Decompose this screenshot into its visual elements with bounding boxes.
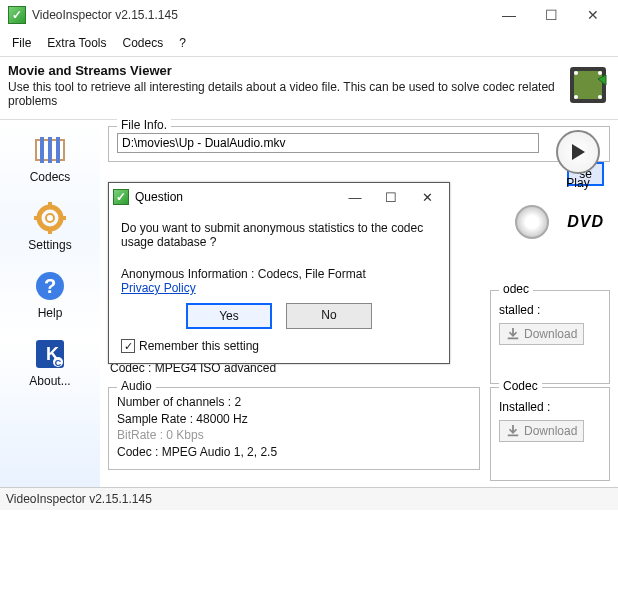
svg-text:C: C: [55, 358, 62, 368]
app-icon: ✓: [8, 6, 26, 24]
menu-help[interactable]: ?: [171, 32, 194, 54]
close-button[interactable]: ✕: [572, 0, 614, 30]
svg-point-2: [574, 71, 578, 75]
dvd-button[interactable]: DVD: [567, 213, 604, 231]
dialog-maximize-button[interactable]: ☐: [373, 185, 409, 209]
audio-bitrate: BitRate : 0 Kbps: [117, 427, 471, 444]
minimize-button[interactable]: —: [488, 0, 530, 30]
svg-point-4: [574, 95, 578, 99]
dialog-titlebar[interactable]: ✓ Question — ☐ ✕: [109, 183, 449, 211]
play-label: Play: [566, 176, 589, 190]
file-info-legend: File Info.: [117, 118, 171, 132]
window-title: VideoInspector v2.15.1.145: [32, 8, 488, 22]
audio-channels: Number of channels : 2: [117, 394, 471, 411]
audio-codec-panel: Codec Installed : Download: [490, 387, 610, 481]
download-icon: [506, 327, 520, 341]
gear-icon: [32, 200, 68, 236]
codec-status: Installed :: [499, 400, 601, 414]
svg-text:?: ?: [44, 275, 56, 297]
sidebar-label: Codecs: [30, 170, 71, 184]
codec-legend: odec: [499, 282, 533, 296]
dialog-minimize-button[interactable]: —: [337, 185, 373, 209]
dialog-close-button[interactable]: ✕: [409, 185, 445, 209]
window-titlebar: ✓ VideoInspector v2.15.1.145 — ☐ ✕: [0, 0, 618, 30]
burn-disc-button[interactable]: [515, 205, 549, 239]
sidebar-item-help[interactable]: ? Help: [32, 264, 68, 324]
header-film-icon: [566, 63, 610, 111]
codecs-icon: [32, 132, 68, 168]
audio-codec: Codec : MPEG Audio 1, 2, 2.5: [117, 444, 471, 461]
privacy-policy-link[interactable]: Privacy Policy: [121, 281, 196, 295]
question-dialog: ✓ Question — ☐ ✕ Do you want to submit a…: [108, 182, 450, 364]
play-icon: [569, 143, 587, 161]
sidebar-label: Help: [38, 306, 63, 320]
file-info-group: File Info.: [108, 126, 610, 162]
maximize-button[interactable]: ☐: [530, 0, 572, 30]
remember-checkbox[interactable]: ✓: [121, 339, 135, 353]
audio-group: Audio Number of channels : 2 Sample Rate…: [108, 387, 480, 470]
menu-bar: File Extra Tools Codecs ?: [0, 30, 618, 57]
svg-rect-1: [574, 71, 602, 99]
sidebar-label: About...: [29, 374, 70, 388]
download-label: Download: [524, 327, 577, 341]
page-title: Movie and Streams Viewer: [8, 63, 566, 78]
no-button[interactable]: No: [286, 303, 372, 329]
svg-point-11: [46, 214, 54, 222]
menu-file[interactable]: File: [4, 32, 39, 54]
sidebar-item-codecs[interactable]: Codecs: [30, 128, 71, 188]
svg-rect-7: [40, 137, 44, 163]
menu-codecs[interactable]: Codecs: [114, 32, 171, 54]
sidebar-item-about[interactable]: KC About...: [29, 332, 70, 392]
download-codec-button[interactable]: Download: [499, 323, 584, 345]
page-description: Use this tool to retrieve all interestin…: [8, 80, 566, 108]
file-path-input[interactable]: [117, 133, 539, 153]
download-label: Download: [524, 424, 577, 438]
svg-point-3: [598, 71, 602, 75]
sidebar-item-settings[interactable]: Settings: [28, 196, 71, 256]
download-codec-button[interactable]: Download: [499, 420, 584, 442]
page-header: Movie and Streams Viewer Use this tool t…: [0, 57, 618, 120]
audio-sample-rate: Sample Rate : 48000 Hz: [117, 411, 471, 428]
status-bar: VideoInspector v2.15.1.145: [0, 487, 618, 510]
about-icon: KC: [32, 336, 68, 372]
dialog-info: Anonymous Information : Codecs, File For…: [121, 267, 366, 281]
play-button[interactable]: [556, 130, 600, 174]
sidebar: Codecs Settings ? Help KC About...: [0, 120, 100, 487]
menu-extra-tools[interactable]: Extra Tools: [39, 32, 114, 54]
codec-status: stalled :: [499, 303, 601, 317]
audio-legend: Audio: [117, 379, 156, 393]
svg-point-5: [598, 95, 602, 99]
download-icon: [506, 424, 520, 438]
svg-rect-8: [48, 137, 52, 163]
yes-button[interactable]: Yes: [186, 303, 272, 329]
svg-rect-9: [56, 137, 60, 163]
remember-label: Remember this setting: [139, 339, 259, 353]
dialog-message: Do you want to submit anonymous statisti…: [121, 221, 437, 249]
help-icon: ?: [32, 268, 68, 304]
video-codec-panel: odec stalled : Download: [490, 290, 610, 384]
app-icon: ✓: [113, 189, 129, 205]
codec-legend: Codec: [499, 379, 542, 393]
sidebar-label: Settings: [28, 238, 71, 252]
dialog-title: Question: [135, 190, 337, 204]
